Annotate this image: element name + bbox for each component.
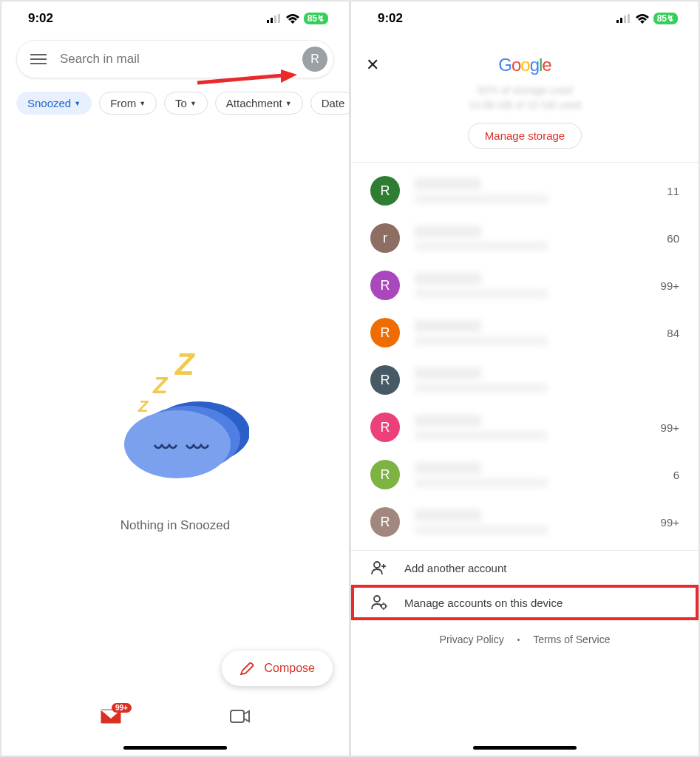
- menu-icon[interactable]: [30, 54, 47, 64]
- close-button[interactable]: ✕: [366, 55, 388, 75]
- wifi-icon: [636, 14, 649, 24]
- account-info: [415, 320, 652, 345]
- mail-badge: 99+: [112, 703, 132, 713]
- account-avatar: R: [370, 507, 400, 537]
- chip-from[interactable]: From▼: [99, 92, 157, 115]
- account-info: [415, 273, 646, 298]
- account-unread-count: 60: [667, 232, 679, 245]
- account-info: [415, 225, 652, 251]
- account-row[interactable]: R: [351, 356, 699, 404]
- svg-rect-1: [271, 18, 273, 23]
- terms-link[interactable]: Terms of Service: [533, 634, 610, 645]
- home-indicator: [473, 746, 577, 750]
- svg-text:Z: Z: [137, 397, 149, 415]
- status-time: 9:02: [378, 11, 403, 26]
- accounts-list: R 11 r 60 R 99+ R 84 R R 99+ R: [351, 163, 699, 550]
- chip-date[interactable]: Date: [310, 92, 349, 115]
- filter-chips: Snoozed▼ From▼ To▼ Attachment▼ Date: [1, 84, 349, 122]
- account-avatar: R: [370, 365, 400, 395]
- status-icons: 85↯: [616, 13, 678, 24]
- compose-button[interactable]: Compose: [222, 651, 333, 686]
- account-info: [415, 509, 646, 534]
- svg-rect-14: [620, 18, 622, 23]
- wifi-icon: [286, 14, 299, 24]
- home-indicator: [123, 746, 227, 750]
- pencil-icon: [239, 661, 254, 676]
- account-unread-count: 11: [667, 185, 679, 197]
- svg-rect-15: [624, 16, 626, 23]
- search-input[interactable]: [60, 52, 302, 67]
- account-avatar: R: [370, 460, 400, 489]
- battery-badge: 85↯: [653, 13, 678, 24]
- svg-rect-3: [278, 14, 280, 23]
- account-row[interactable]: R 99+: [351, 498, 699, 546]
- account-row[interactable]: R 99+: [351, 404, 699, 451]
- svg-point-11: [124, 410, 231, 478]
- svg-rect-12: [231, 710, 244, 722]
- person-gear-icon: [370, 595, 388, 610]
- svg-text:Z: Z: [174, 347, 195, 381]
- svg-point-21: [381, 604, 386, 608]
- status-bar: 9:02 85↯: [1, 1, 349, 34]
- privacy-link[interactable]: Privacy Policy: [440, 634, 504, 645]
- svg-rect-13: [616, 20, 619, 23]
- account-info: [415, 178, 652, 203]
- account-info: [415, 415, 646, 440]
- manage-storage-button[interactable]: Manage storage: [468, 123, 582, 149]
- sleeping-cloud-illustration: Z Z Z: [101, 345, 249, 481]
- account-avatar: R: [370, 271, 400, 300]
- search-bar[interactable]: R: [16, 40, 334, 78]
- account-unread-count: 84: [667, 327, 679, 339]
- cellular-icon: [267, 14, 282, 23]
- profile-avatar[interactable]: R: [302, 47, 327, 72]
- svg-text:Z: Z: [152, 372, 169, 398]
- empty-state-text: Nothing in Snoozed: [120, 518, 230, 533]
- account-info: [415, 462, 659, 487]
- svg-rect-2: [274, 16, 276, 23]
- footer-links: Privacy Policy • Terms of Service: [351, 620, 699, 659]
- chip-to[interactable]: To▼: [164, 92, 208, 115]
- bottom-nav: 99+: [1, 698, 349, 748]
- manage-accounts-row[interactable]: Manage accounts on this device: [351, 585, 699, 620]
- account-avatar: r: [370, 223, 400, 253]
- account-avatar: R: [370, 318, 400, 347]
- account-unread-count: 6: [673, 469, 679, 481]
- meet-tab[interactable]: [230, 708, 251, 727]
- account-row[interactable]: R 6: [351, 451, 699, 498]
- status-icons: 85↯: [267, 13, 328, 24]
- account-avatar: R: [370, 176, 400, 206]
- add-account-row[interactable]: Add another account: [351, 551, 699, 585]
- battery-badge: 85↯: [304, 13, 328, 24]
- account-unread-count: 99+: [661, 279, 679, 292]
- account-unread-count: 99+: [661, 421, 679, 434]
- account-unread-count: 99+: [661, 516, 679, 529]
- chip-snoozed[interactable]: Snoozed▼: [16, 92, 92, 115]
- account-row[interactable]: R 11: [351, 167, 699, 214]
- left-phone-screenshot: 9:02 85↯ R Snoozed▼ From▼ To▼ Attachment…: [1, 1, 350, 756]
- svg-rect-16: [628, 14, 630, 23]
- right-phone-screenshot: 9:02 85↯ ✕ Google 92% of storage used 14…: [350, 1, 699, 756]
- chip-attachment[interactable]: Attachment▼: [215, 92, 303, 115]
- account-row[interactable]: R 84: [351, 309, 699, 356]
- svg-rect-0: [267, 20, 269, 23]
- storage-warning: 92% of storage used 14.66 GB of 15 GB us…: [351, 84, 699, 117]
- account-info: [415, 367, 665, 393]
- status-bar: 9:02 85↯: [351, 1, 699, 34]
- account-avatar: R: [370, 413, 400, 442]
- person-add-icon: [370, 561, 388, 574]
- mail-tab[interactable]: 99+: [100, 708, 122, 727]
- video-icon: [230, 708, 251, 724]
- status-time: 9:02: [28, 11, 53, 26]
- account-row[interactable]: r 60: [351, 214, 699, 262]
- cellular-icon: [616, 14, 631, 23]
- google-logo: Google: [388, 55, 684, 75]
- account-row[interactable]: R 99+: [351, 262, 699, 309]
- svg-point-17: [374, 562, 380, 568]
- account-switcher-modal: ✕ Google 92% of storage used 14.66 GB of…: [351, 41, 699, 756]
- svg-point-20: [374, 596, 380, 602]
